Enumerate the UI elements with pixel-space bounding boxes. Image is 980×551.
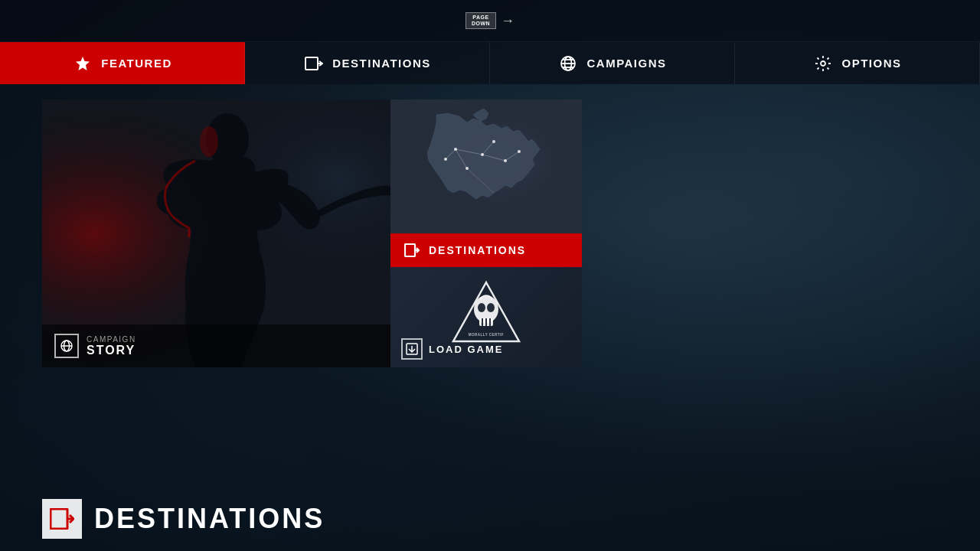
load-game-label: LOAD GAME — [390, 331, 582, 367]
svg-rect-34 — [405, 244, 415, 256]
campaigns-icon — [557, 53, 579, 74]
cards-section: CAMPAIGN STORY — [0, 84, 980, 491]
destinations-label: DESTINATIONS — [332, 57, 431, 70]
destinations-icon — [303, 53, 325, 74]
svg-rect-47 — [51, 509, 67, 529]
main-content: CAMPAIGN STORY — [0, 84, 980, 551]
campaign-title: STORY — [87, 344, 136, 357]
map-background — [390, 99, 582, 233]
campaigns-label: CAMPAIGNS — [586, 57, 666, 70]
svg-rect-13 — [217, 157, 238, 172]
svg-point-39 — [478, 303, 485, 312]
top-bar: PAGEDOWN → — [0, 0, 980, 42]
arrow-right-icon: → — [501, 13, 514, 29]
featured-label: FEATURED — [101, 57, 172, 70]
destinations-card-label[interactable]: DESTINATIONS — [390, 233, 582, 267]
campaign-icon — [54, 334, 79, 358]
load-game-icon — [401, 338, 423, 360]
destinations-card[interactable]: DESTINATIONS — [390, 99, 582, 267]
svg-point-8 — [821, 61, 825, 66]
card-large-inner: CAMPAIGN STORY — [42, 99, 390, 367]
svg-point-14 — [200, 126, 218, 157]
svg-rect-1 — [305, 57, 318, 70]
destinations-card-text: DESTINATIONS — [429, 244, 526, 256]
nav-item-destinations[interactable]: DESTINATIONS — [245, 42, 490, 84]
nav-item-options[interactable]: OPTIONS — [735, 42, 980, 84]
page-down-button[interactable]: PAGEDOWN → — [466, 12, 514, 28]
load-game-card[interactable]: MORALLY CERTIF LOAD GAME — [390, 267, 582, 367]
options-icon — [812, 53, 834, 74]
svg-marker-0 — [76, 57, 90, 70]
nav-item-featured[interactable]: FEATURED — [0, 42, 245, 84]
cards-right: DESTINATIONS — [390, 99, 582, 476]
featured-icon — [72, 53, 93, 74]
options-label: OPTIONS — [841, 57, 901, 70]
campaign-subtitle: CAMPAIGN — [87, 335, 136, 344]
europe-map-svg — [390, 99, 582, 233]
section-title-text: DESTINATIONS — [94, 503, 325, 535]
destinations-arrow-icon — [403, 241, 421, 259]
campaign-story-label: CAMPAIGN STORY — [42, 324, 390, 367]
nav-item-campaigns[interactable]: CAMPAIGNS — [490, 42, 735, 84]
svg-point-40 — [487, 303, 495, 312]
campaign-label-text: CAMPAIGN STORY — [87, 335, 136, 357]
load-game-text: LOAD GAME — [429, 344, 503, 355]
section-title-area: DESTINATIONS — [0, 491, 980, 551]
page-down-key: PAGEDOWN — [466, 12, 496, 28]
nav-bar: FEATURED DESTINATIONS CAMPAIGNS — [0, 42, 980, 84]
destinations-map — [390, 99, 582, 233]
campaign-story-card[interactable]: CAMPAIGN STORY — [42, 99, 390, 367]
section-icon-box — [42, 499, 82, 539]
